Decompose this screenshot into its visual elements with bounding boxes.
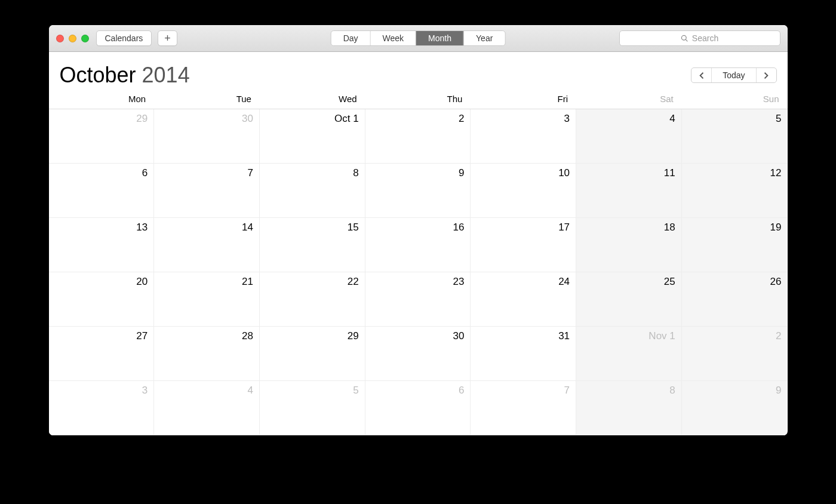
window-controls [56,35,89,42]
calendar-day-cell[interactable]: 7 [154,164,260,218]
calendar-day-cell[interactable]: 5 [260,381,365,435]
calendar-day-cell[interactable]: 18 [576,218,682,272]
calendar-window: Calendars + Day Week Month Year Search O… [49,25,788,435]
calendar-day-cell[interactable]: 2 [365,109,471,164]
calendar-day-cell[interactable]: 20 [49,272,155,327]
view-week-tab[interactable]: Week [371,31,417,45]
calendar-day-cell[interactable]: 4 [154,381,260,435]
calendar-day-cell[interactable]: 30 [365,327,471,381]
calendar-day-cell[interactable]: 29 [260,327,365,381]
title-year: 2014 [142,63,190,87]
calendar-day-cell[interactable]: 30 [154,109,260,164]
calendar-day-cell[interactable]: 23 [365,272,471,327]
search-placeholder: Search [692,33,718,43]
calendar-day-cell[interactable]: 31 [471,327,576,381]
day-of-week-row: MonTueWedThuFriSatSun [49,94,788,109]
calendar-day-cell[interactable]: 26 [682,272,788,327]
month-nav: Today [691,67,776,83]
calendar-day-cell[interactable]: 15 [260,218,365,272]
chevron-right-icon [764,72,769,79]
view-switcher: Day Week Month Year [331,30,506,46]
toolbar: Calendars + Day Week Month Year Search [49,25,788,52]
close-window-button[interactable] [56,35,64,42]
dow-label: Mon [49,94,155,104]
calendar-day-cell[interactable]: 19 [682,218,788,272]
calendar-day-cell[interactable]: 27 [49,327,155,381]
calendars-button[interactable]: Calendars [96,30,152,46]
view-day-tab[interactable]: Day [331,31,371,45]
calendar-day-cell[interactable]: 22 [260,272,365,327]
zoom-window-button[interactable] [81,35,89,42]
today-button[interactable]: Today [712,68,756,82]
calendar-day-cell[interactable]: 28 [154,327,260,381]
calendar-day-cell[interactable]: 7 [471,381,576,435]
calendar-day-cell[interactable]: 21 [154,272,260,327]
calendar-day-cell[interactable]: 4 [576,109,682,164]
calendar-day-cell[interactable]: 6 [365,381,471,435]
calendar-day-cell[interactable]: 29 [49,109,155,164]
dow-label: Wed [260,94,365,104]
dow-label: Fri [471,94,576,104]
calendar-day-cell[interactable]: 24 [471,272,576,327]
calendar-day-cell[interactable]: 9 [365,164,471,218]
title-month: October [60,63,136,87]
calendar-day-cell[interactable]: Nov 1 [576,327,682,381]
calendar-day-cell[interactable]: 9 [682,381,788,435]
view-year-tab[interactable]: Year [464,31,505,45]
calendar-grid: 2930Oct 12345678910111213141516171819202… [49,109,788,435]
calendar-day-cell[interactable]: 10 [471,164,576,218]
dow-label: Sun [682,94,788,104]
calendar-day-cell[interactable]: Oct 1 [260,109,365,164]
calendar-day-cell[interactable]: 14 [154,218,260,272]
calendar-day-cell[interactable]: 13 [49,218,155,272]
calendar-day-cell[interactable]: 17 [471,218,576,272]
calendar-day-cell[interactable]: 8 [576,381,682,435]
next-month-button[interactable] [757,68,776,82]
prev-month-button[interactable] [691,68,712,82]
chevron-left-icon [699,72,704,79]
calendar-day-cell[interactable]: 25 [576,272,682,327]
calendar-day-cell[interactable]: 11 [576,164,682,218]
month-header: October 2014 Today [49,52,788,94]
calendar-day-cell[interactable]: 6 [49,164,155,218]
minimize-window-button[interactable] [69,35,76,42]
search-input[interactable]: Search [619,30,780,46]
page-title: October 2014 [60,63,190,88]
dow-label: Sat [576,94,682,104]
view-month-tab[interactable]: Month [416,31,464,45]
calendar-day-cell[interactable]: 3 [49,381,155,435]
dow-label: Tue [154,94,260,104]
calendar-day-cell[interactable]: 2 [682,327,788,381]
calendar-day-cell[interactable]: 8 [260,164,365,218]
add-event-button[interactable]: + [158,30,177,46]
calendar-day-cell[interactable]: 16 [365,218,471,272]
calendar-day-cell[interactable]: 12 [682,164,788,218]
dow-label: Thu [365,94,471,104]
search-icon [681,35,689,42]
calendar-day-cell[interactable]: 3 [471,109,576,164]
calendar-day-cell[interactable]: 5 [682,109,788,164]
